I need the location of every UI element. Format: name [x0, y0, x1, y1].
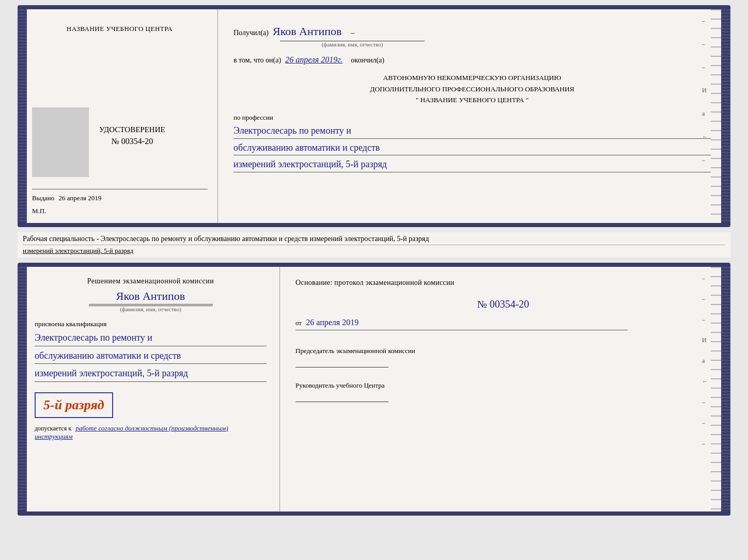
profession-label: по профессии	[233, 114, 711, 122]
finished-label: окончил(а)	[351, 56, 384, 65]
issued-date: 26 апреля 2019	[59, 194, 102, 202]
recipient-name: Яков Антипов	[273, 25, 341, 38]
basis-date-block: от 26 апреля 2019	[295, 318, 711, 327]
photo-placeholder	[32, 107, 89, 177]
middle-text-line2: измерений электростанций, 5-й разряд	[23, 247, 725, 255]
date-label: от	[295, 319, 302, 327]
org-block: АВТОНОМНУЮ НЕКОММЕРЧЕСКУЮ ОРГАНИЗАЦИЮ ДО…	[233, 72, 711, 106]
issued-line: Выдано 26 апреля 2019	[32, 194, 101, 202]
profession-line1: Электрослесарь по ремонту и	[233, 123, 711, 139]
cert-number: № 00354-20	[99, 137, 165, 146]
head-signature-line	[295, 402, 388, 402]
fio-label-top: (фамилия, имя, отчество)	[280, 41, 425, 47]
middle-divider	[23, 245, 725, 245]
completion-block: в том, что он(а) 26 апреля 2019г. окончи…	[233, 55, 711, 65]
cert-title: УДОСТОВЕРЕНИЕ	[99, 125, 165, 134]
basis-label: Основание: протокол экзаменационной коми…	[295, 277, 711, 288]
bottom-left-panel: Решением экзаменационной комиссии Яков А…	[22, 267, 280, 511]
rank-box: 5-й разряд	[35, 392, 113, 418]
qual-line2: обслуживанию автоматики и средств	[35, 348, 267, 364]
basis-number: № 00354-20	[295, 298, 711, 310]
head-section: Руководитель учебного Центра	[295, 380, 711, 402]
org-line2: ДОПОЛНИТЕЛЬНОГО ПРОФЕССИОНАЛЬНОГО ОБРАЗО…	[233, 84, 711, 95]
issued-label: Выдано	[32, 194, 54, 202]
date-value: 26 апреля 2019	[306, 318, 359, 327]
chairman-label: Председатель экзаменационной комиссии	[295, 347, 415, 355]
head-label: Руководитель учебного Центра	[295, 381, 385, 389]
rank-block: 5-й разряд	[35, 387, 267, 418]
qualification-label: присвоена квалификация	[35, 320, 267, 328]
institution-name: НАЗВАНИЕ УЧЕБНОГО ЦЕНТРА	[67, 25, 173, 33]
org-line1: АВТОНОМНУЮ НЕКОММЕРЧЕСКУЮ ОРГАНИЗАЦИЮ	[233, 72, 711, 84]
date-separator	[295, 330, 628, 330]
side-marks-top: – – – И а ← –	[702, 17, 708, 164]
org-name: " НАЗВАНИЕ УЧЕБНОГО ЦЕНТРА "	[233, 94, 711, 106]
middle-strip: Рабочая специальность - Электрослесарь п…	[18, 232, 730, 258]
rank-text: 5-й разряд	[43, 397, 104, 413]
received-label: Получил(а)	[233, 29, 269, 37]
allowed-label: допускается к	[35, 425, 71, 432]
top-right-panel: Получил(а) Яков Антипов – (фамилия, имя,…	[218, 9, 726, 223]
profession-line3: измерений электростанций, 5-й разряд	[233, 157, 711, 172]
in-that-label: в том, что он(а)	[233, 56, 281, 65]
cert-block: УДОСТОВЕРЕНИЕ № 00354-20	[99, 105, 165, 146]
profession-block: по профессии Электрослесарь по ремонту и…	[233, 114, 711, 172]
top-left-panel: НАЗВАНИЕ УЧЕБНОГО ЦЕНТРА УДОСТОВЕРЕНИЕ №…	[22, 9, 218, 223]
bottom-right-panel: Основание: протокол экзаменационной коми…	[280, 267, 726, 511]
fio-label-bottom: (фамилия, имя, отчество)	[89, 306, 213, 312]
chairman-section: Председатель экзаменационной комиссии	[295, 346, 711, 367]
commission-name: Яков Антипов	[35, 290, 267, 303]
middle-text-line1: Рабочая специальность - Электрослесарь п…	[23, 235, 725, 243]
profession-line2: обслуживанию автоматики и средств	[233, 140, 711, 156]
stamp-label: М.П.	[32, 207, 46, 215]
qual-line3: измерений электростанций, 5-й разряд	[35, 365, 267, 382]
chairman-signature-line	[295, 367, 388, 367]
side-marks-bottom: – – – И а ← – – –	[702, 275, 708, 447]
decision-text: Решением экзаменационной комиссии	[35, 277, 267, 285]
allowed-block: допускается к работе согласно должностны…	[35, 424, 267, 441]
top-document: НАЗВАНИЕ УЧЕБНОГО ЦЕНТРА УДОСТОВЕРЕНИЕ №…	[18, 5, 730, 227]
completion-date: 26 апреля 2019г.	[285, 55, 342, 65]
received-block: Получил(а) Яков Антипов –	[233, 25, 711, 40]
qual-line1: Электрослесарь по ремонту и	[35, 330, 267, 346]
bottom-document: Решением экзаменационной комиссии Яков А…	[18, 263, 730, 516]
